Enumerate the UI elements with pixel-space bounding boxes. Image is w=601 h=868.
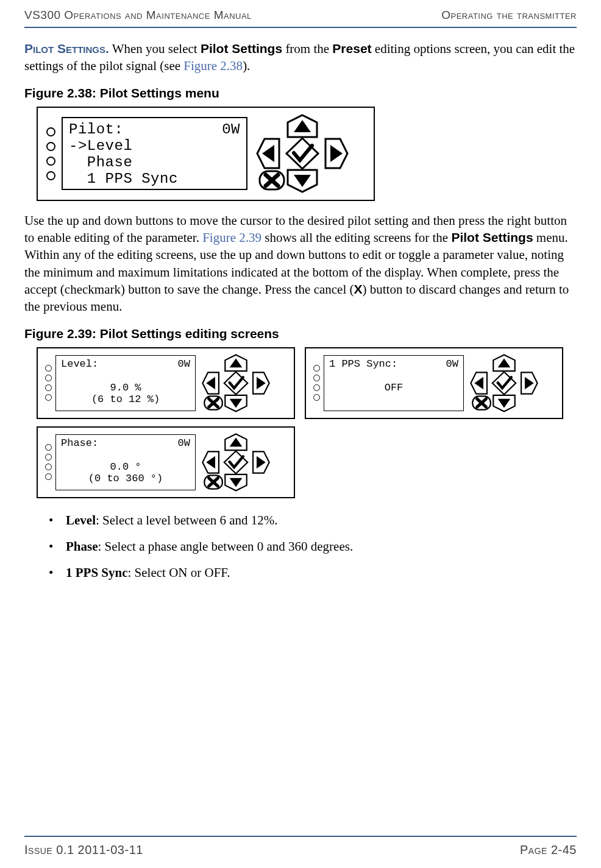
bold-pilot-settings: Pilot Settings: [451, 230, 533, 244]
text: shows all the editing screens for the: [261, 230, 451, 245]
dpad-controls: [199, 433, 272, 492]
led-icon: [46, 157, 55, 166]
dpad-controls: [199, 354, 272, 412]
led-icon: [313, 384, 320, 391]
up-button[interactable]: [288, 115, 317, 137]
right-button[interactable]: [521, 372, 538, 393]
footer-issue-date: Issue 0.1 2011-03-11: [24, 843, 143, 857]
lcd-title: Phase:: [61, 437, 98, 450]
lcd-range: (6 to 12 %): [61, 393, 190, 406]
bold-pilot-settings: Pilot Settings: [201, 41, 282, 55]
bullet-term: 1 PPS Sync: [66, 565, 128, 580]
lcd-power: 0W: [178, 358, 190, 370]
up-button[interactable]: [225, 355, 246, 371]
lcd-screen: Phase:0W 0.0 ° (0 to 360 °): [55, 434, 196, 490]
lcd-screen: Pilot:0W ->Level Phase 1 PPS Sync: [62, 117, 247, 190]
up-button[interactable]: [493, 355, 514, 371]
lcd-power: 0W: [446, 358, 458, 370]
lcd-line: Pilot:0W: [69, 122, 240, 138]
header-manual-title: VS300 Operations and Maintenance Manual: [24, 9, 252, 22]
page-header: VS300 Operations and Maintenance Manual …: [24, 0, 577, 28]
led-icon: [45, 394, 52, 401]
lcd-line: Phase: [69, 155, 240, 171]
svg-marker-18: [224, 372, 247, 394]
lcd-screen: Level:0W 9.0 % (6 to 12 %): [55, 355, 196, 411]
status-leds: [43, 365, 52, 401]
accept-button[interactable]: [224, 451, 247, 473]
bullet-desc: : Select a phase angle between 0 and 360…: [98, 539, 354, 554]
text: from the: [282, 41, 332, 56]
lcd-line: ->Level: [69, 138, 240, 155]
bullet-level: • Level: Select a level between 6 and 12…: [49, 513, 577, 528]
right-button[interactable]: [253, 372, 269, 393]
led-icon: [46, 171, 55, 180]
bullet-desc: : Select ON or OFF.: [128, 565, 230, 580]
right-button[interactable]: [253, 451, 269, 473]
led-icon: [45, 454, 52, 460]
level-screen-device: Level:0W 9.0 % (6 to 12 %): [37, 347, 295, 419]
led-icon: [313, 365, 320, 372]
led-icon: [313, 394, 320, 401]
svg-marker-38: [224, 451, 247, 473]
pilot-settings-intro: Pilot Settings. When you select Pilot Se…: [24, 40, 577, 75]
page-content: Pilot Settings. When you select Pilot Se…: [24, 28, 577, 580]
xref-figure-239[interactable]: Figure 2.39: [202, 230, 261, 245]
cancel-x-glyph: X: [354, 282, 363, 296]
text: ).: [243, 58, 250, 73]
down-button[interactable]: [493, 395, 514, 412]
lcd-value: 9.0 %: [61, 382, 190, 394]
cancel-button[interactable]: [204, 475, 222, 489]
figure-239-row2: Phase:0W 0.0 ° (0 to 360 °): [37, 426, 577, 498]
status-leds: [311, 365, 320, 401]
lcd-title: Pilot:: [69, 122, 123, 138]
lcd-value: OFF: [329, 382, 458, 394]
cancel-button[interactable]: [472, 396, 491, 409]
up-button[interactable]: [225, 434, 246, 450]
bullet-phase: • Phase: Select a phase angle between 0 …: [49, 539, 577, 554]
pilot-settings-usage: Use the up and down buttons to move the …: [24, 212, 577, 316]
lcd-line: 1 PPS Sync: [69, 171, 240, 188]
bullet-term: Level: [66, 513, 96, 528]
cancel-button[interactable]: [204, 396, 222, 409]
bold-preset: Preset: [332, 41, 371, 55]
settings-bullet-list: • Level: Select a level between 6 and 12…: [49, 513, 577, 580]
status-leds: [44, 127, 55, 180]
led-icon: [45, 365, 52, 372]
lcd-screen: 1 PPS Sync:0W OFF: [324, 355, 464, 411]
down-button[interactable]: [225, 395, 246, 412]
pps-sync-screen-device: 1 PPS Sync:0W OFF: [305, 347, 563, 419]
figure-239-caption: Figure 2.39: Pilot Settings editing scre…: [24, 326, 577, 341]
bullet-icon: •: [49, 565, 66, 580]
cancel-button[interactable]: [260, 171, 284, 189]
lcd-power: 0W: [222, 122, 240, 138]
accept-button[interactable]: [493, 372, 516, 394]
down-button[interactable]: [225, 475, 246, 491]
left-button[interactable]: [202, 451, 219, 473]
led-icon: [46, 142, 55, 151]
dpad-controls: [468, 354, 541, 412]
left-button[interactable]: [202, 372, 219, 393]
xref-figure-238[interactable]: Figure 2.38: [183, 58, 243, 73]
lcd-value: 0.0 °: [61, 461, 190, 473]
page-footer: Issue 0.1 2011-03-11 Page 2-45: [24, 836, 577, 857]
accept-button[interactable]: [224, 372, 247, 394]
lcd-title: Level:: [61, 358, 98, 370]
right-button[interactable]: [325, 139, 347, 168]
figure-239-row1: Level:0W 9.0 % (6 to 12 %): [37, 347, 577, 419]
svg-marker-28: [493, 372, 516, 394]
footer-page-number: Page 2-45: [520, 843, 577, 857]
lcd-range: (0 to 360 °): [61, 473, 190, 485]
lcd-title: 1 PPS Sync:: [329, 358, 397, 370]
figure-238-device: Pilot:0W ->Level Phase 1 PPS Sync: [37, 107, 375, 201]
led-icon: [45, 464, 52, 470]
led-icon: [46, 127, 55, 136]
left-button[interactable]: [471, 372, 487, 393]
led-icon: [45, 444, 52, 451]
status-leds: [43, 444, 52, 480]
dpad-controls: [254, 114, 351, 193]
bullet-icon: •: [49, 513, 66, 528]
accept-button[interactable]: [286, 138, 318, 169]
down-button[interactable]: [288, 170, 317, 192]
figure-238-caption: Figure 2.38: Pilot Settings menu: [24, 86, 577, 101]
left-button[interactable]: [257, 139, 279, 168]
